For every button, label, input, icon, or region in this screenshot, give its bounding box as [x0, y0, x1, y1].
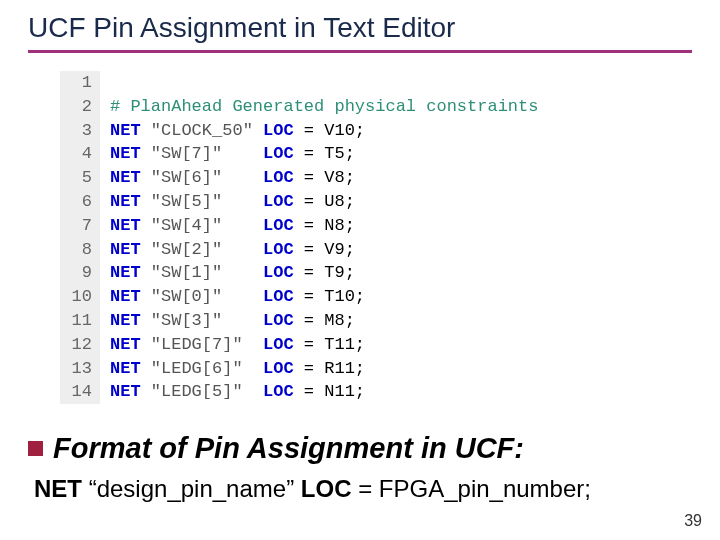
line-number: 14	[60, 380, 100, 404]
code-line: 7NET "SW[4]" LOC = N8;	[60, 214, 620, 238]
code-content	[100, 71, 620, 95]
code-content: NET "SW[1]" LOC = T9;	[100, 261, 620, 285]
line-number: 12	[60, 333, 100, 357]
code-line: 8NET "SW[2]" LOC = V9;	[60, 238, 620, 262]
code-line: 3NET "CLOCK_50" LOC = V10;	[60, 119, 620, 143]
code-line: 1	[60, 71, 620, 95]
slide-title: UCF Pin Assignment in Text Editor	[0, 0, 720, 50]
bullet-icon	[28, 441, 43, 456]
line-number: 4	[60, 142, 100, 166]
code-line: 4NET "SW[7]" LOC = T5;	[60, 142, 620, 166]
line-number: 13	[60, 357, 100, 381]
code-content: # PlanAhead Generated physical constrain…	[100, 95, 620, 119]
line-number: 11	[60, 309, 100, 333]
syntax-loc-kw: LOC	[301, 475, 352, 502]
code-content: NET "LEDG[5]" LOC = N11;	[100, 380, 620, 404]
code-line: 11NET "SW[3]" LOC = M8;	[60, 309, 620, 333]
code-content: NET "SW[5]" LOC = U8;	[100, 190, 620, 214]
line-number: 1	[60, 71, 100, 95]
syntax-net-kw: NET	[34, 475, 82, 502]
code-line: 2# PlanAhead Generated physical constrai…	[60, 95, 620, 119]
code-content: NET "SW[0]" LOC = T10;	[100, 285, 620, 309]
line-number: 2	[60, 95, 100, 119]
code-line: 5NET "SW[6]" LOC = V8;	[60, 166, 620, 190]
code-content: NET "SW[6]" LOC = V8;	[100, 166, 620, 190]
code-line: 13NET "LEDG[6]" LOC = R11;	[60, 357, 620, 381]
format-syntax: NET “design_pin_name” LOC = FPGA_pin_num…	[34, 475, 720, 503]
format-heading: Format of Pin Assignment in UCF:	[28, 432, 720, 465]
code-content: NET "LEDG[6]" LOC = R11;	[100, 357, 620, 381]
line-number: 7	[60, 214, 100, 238]
line-number: 3	[60, 119, 100, 143]
code-line: 9NET "SW[1]" LOC = T9;	[60, 261, 620, 285]
code-line: 10NET "SW[0]" LOC = T10;	[60, 285, 620, 309]
line-number: 10	[60, 285, 100, 309]
code-line: 12NET "LEDG[7]" LOC = T11;	[60, 333, 620, 357]
syntax-eq: =	[351, 475, 378, 502]
code-content: NET "SW[2]" LOC = V9;	[100, 238, 620, 262]
code-line: 6NET "SW[5]" LOC = U8;	[60, 190, 620, 214]
line-number: 6	[60, 190, 100, 214]
syntax-name-ph: “design_pin_name”	[89, 475, 294, 502]
code-line: 14NET "LEDG[5]" LOC = N11;	[60, 380, 620, 404]
line-number: 8	[60, 238, 100, 262]
syntax-pin-ph: FPGA_pin_number;	[379, 475, 591, 502]
line-number: 9	[60, 261, 100, 285]
line-number: 5	[60, 166, 100, 190]
code-content: NET "SW[3]" LOC = M8;	[100, 309, 620, 333]
code-content: NET "SW[7]" LOC = T5;	[100, 142, 620, 166]
code-content: NET "SW[4]" LOC = N8;	[100, 214, 620, 238]
title-underline	[28, 50, 692, 53]
code-content: NET "LEDG[7]" LOC = T11;	[100, 333, 620, 357]
code-editor: 12# PlanAhead Generated physical constra…	[60, 71, 620, 404]
format-heading-text: Format of Pin Assignment in UCF:	[53, 432, 524, 464]
code-content: NET "CLOCK_50" LOC = V10;	[100, 119, 620, 143]
page-number: 39	[684, 512, 702, 530]
